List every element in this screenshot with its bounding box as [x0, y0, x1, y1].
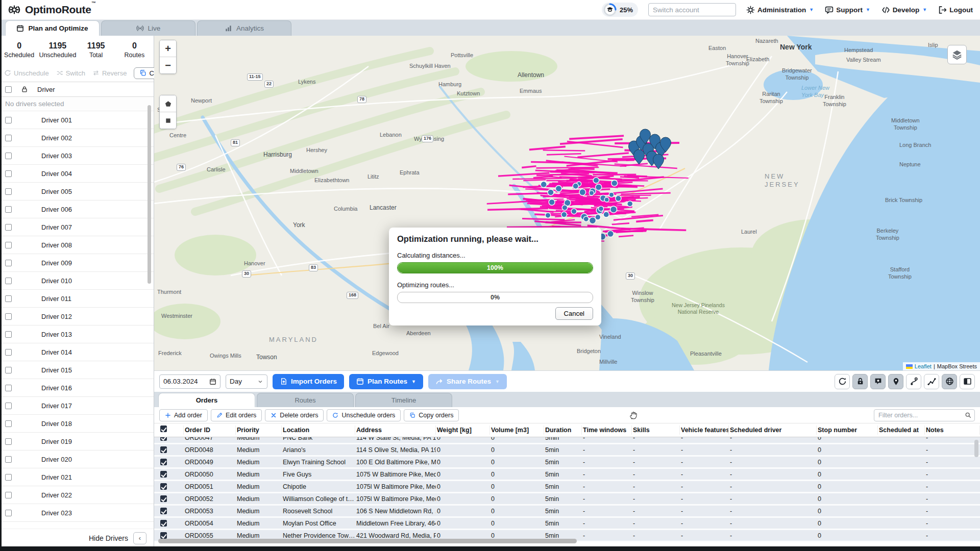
order-checkbox[interactable]: [160, 446, 167, 453]
switch-button[interactable]: Switch: [56, 69, 85, 77]
reverse-button[interactable]: Reverse: [92, 69, 127, 77]
order-checkbox[interactable]: [160, 532, 167, 539]
column-header[interactable]: Order ID: [184, 425, 236, 435]
driver-row[interactable]: Driver 007: [0, 218, 154, 236]
driver-row[interactable]: Driver 003: [0, 147, 154, 165]
column-header[interactable]: Location: [282, 425, 355, 435]
column-header[interactable]: Volume [m3]: [490, 425, 544, 435]
driver-checkbox[interactable]: [5, 206, 12, 213]
filter-orders-input[interactable]: [877, 411, 965, 419]
driver-checkbox[interactable]: [5, 188, 12, 195]
column-header[interactable]: Time windows: [582, 425, 632, 435]
unschedule-orders-button[interactable]: Unschedule orders: [327, 409, 401, 421]
tab-live[interactable]: Live: [101, 20, 195, 36]
cancel-button[interactable]: Cancel: [555, 307, 593, 320]
driver-row[interactable]: Driver 015: [0, 361, 154, 379]
driver-row[interactable]: Driver 005: [0, 183, 154, 201]
driver-checkbox[interactable]: [5, 474, 12, 481]
route-pins-toggle-button[interactable]: [906, 374, 921, 389]
unschedule-button[interactable]: Unschedule: [4, 69, 49, 77]
driver-row[interactable]: Driver 017: [0, 397, 154, 415]
order-row[interactable]: ORD0053MediumRoosevelt School106 S New M…: [154, 506, 980, 518]
column-header[interactable]: Scheduled at: [878, 425, 925, 435]
marker-toggle-button[interactable]: [888, 374, 903, 389]
column-header[interactable]: Notes: [925, 425, 980, 435]
order-checkbox[interactable]: [160, 508, 167, 514]
order-row[interactable]: ORD0051MediumChipotle1075l W Baltimore P…: [154, 481, 980, 493]
collapse-sidebar-button[interactable]: ‹: [133, 532, 146, 544]
driver-checkbox[interactable]: [5, 492, 12, 498]
route-line-toggle-button[interactable]: [924, 374, 939, 389]
polygon-select-button[interactable]: [160, 95, 176, 112]
driver-checkbox[interactable]: [5, 510, 12, 516]
driver-row[interactable]: Driver 021: [0, 468, 154, 486]
sidebar-scrollbar[interactable]: [148, 105, 151, 284]
order-row[interactable]: ORD0054MediumMoylan Post OfficeMiddletow…: [154, 518, 980, 530]
order-row[interactable]: ORD0047MediumPNC Bank114 W State St, Med…: [154, 437, 980, 444]
refresh-toggle-button[interactable]: [835, 374, 850, 389]
column-header[interactable]: Weight [kg]: [436, 425, 490, 435]
driver-checkbox[interactable]: [5, 153, 12, 159]
order-checkbox[interactable]: [160, 520, 167, 527]
driver-checkbox[interactable]: [5, 135, 12, 141]
driver-checkbox[interactable]: [5, 313, 12, 320]
tab-plan-and-optimize[interactable]: Plan and Optimize: [5, 20, 100, 36]
driver-row[interactable]: Driver 013: [0, 325, 154, 343]
order-row[interactable]: ORD0048MediumAriano's114 S Olive St, Med…: [154, 444, 980, 457]
menu-develop[interactable]: Develop▼: [881, 6, 927, 14]
driver-row[interactable]: Driver 009: [0, 254, 154, 272]
lock-toggle-button[interactable]: [852, 374, 868, 389]
driver-row[interactable]: Driver 023: [0, 504, 154, 522]
orders-horizontal-scrollbar[interactable]: [158, 539, 577, 543]
driver-row[interactable]: Driver 010: [0, 272, 154, 290]
add-order-button[interactable]: Add order: [159, 409, 208, 421]
range-select[interactable]: Day: [226, 374, 267, 389]
driver-row[interactable]: Driver 020: [0, 450, 154, 468]
order-checkbox[interactable]: [160, 483, 167, 490]
driver-row[interactable]: Driver 012: [0, 308, 154, 325]
driver-checkbox[interactable]: [5, 331, 12, 338]
marker-star-toggle-button[interactable]: [870, 374, 886, 389]
order-checkbox[interactable]: [160, 495, 167, 502]
orders-tab-routes[interactable]: Routes: [257, 393, 354, 407]
driver-row[interactable]: Driver 002: [0, 129, 154, 147]
driver-row[interactable]: Driver 006: [0, 201, 154, 218]
order-checkbox[interactable]: [160, 437, 167, 441]
column-header[interactable]: Duration: [544, 425, 582, 435]
driver-row[interactable]: Driver 014: [0, 343, 154, 361]
driver-row[interactable]: Driver 001: [0, 111, 154, 129]
column-header[interactable]: Skills: [632, 425, 680, 435]
driver-checkbox[interactable]: [5, 456, 12, 463]
driver-checkbox[interactable]: [5, 403, 12, 409]
order-checkbox[interactable]: [160, 471, 167, 478]
tab-analytics[interactable]: Analytics: [197, 20, 291, 36]
onboarding-progress-badge[interactable]: 25%: [602, 3, 638, 17]
driver-checkbox[interactable]: [5, 438, 12, 445]
driver-checkbox[interactable]: [5, 242, 12, 248]
driver-row[interactable]: Driver 004: [0, 165, 154, 183]
leaflet-link[interactable]: Leaflet: [915, 363, 932, 369]
map-layers-button[interactable]: [947, 45, 967, 64]
driver-checkbox[interactable]: [5, 278, 12, 284]
driver-row[interactable]: Driver 018: [0, 415, 154, 433]
panel-toggle-button[interactable]: [960, 374, 975, 389]
plan-routes-button[interactable]: Plan Routes▼: [349, 374, 423, 389]
orders-tab-timeline[interactable]: Timeline: [355, 393, 452, 407]
share-routes-button[interactable]: Share Routes▼: [428, 374, 507, 389]
order-checkbox[interactable]: [160, 459, 167, 465]
driver-row[interactable]: Driver 022: [0, 486, 154, 504]
edit-orders-button[interactable]: Edit orders: [211, 409, 262, 421]
select-all-orders-checkbox[interactable]: [160, 425, 167, 432]
driver-checkbox[interactable]: [5, 170, 12, 177]
zoom-in-button[interactable]: +: [160, 40, 176, 57]
order-row[interactable]: ORD0050MediumFive Guys1075 W Baltimore P…: [154, 469, 980, 481]
driver-checkbox[interactable]: [5, 260, 12, 266]
column-header[interactable]: Priority: [236, 425, 282, 435]
rectangle-select-button[interactable]: [160, 112, 176, 129]
column-header[interactable]: Stop number: [817, 425, 878, 435]
driver-checkbox[interactable]: [5, 420, 12, 427]
column-header[interactable]: Scheduled driver: [729, 425, 817, 435]
date-input[interactable]: 06.03.2024: [159, 374, 220, 389]
select-all-drivers-checkbox[interactable]: [5, 86, 12, 93]
import-orders-button[interactable]: Import Orders: [273, 374, 344, 389]
